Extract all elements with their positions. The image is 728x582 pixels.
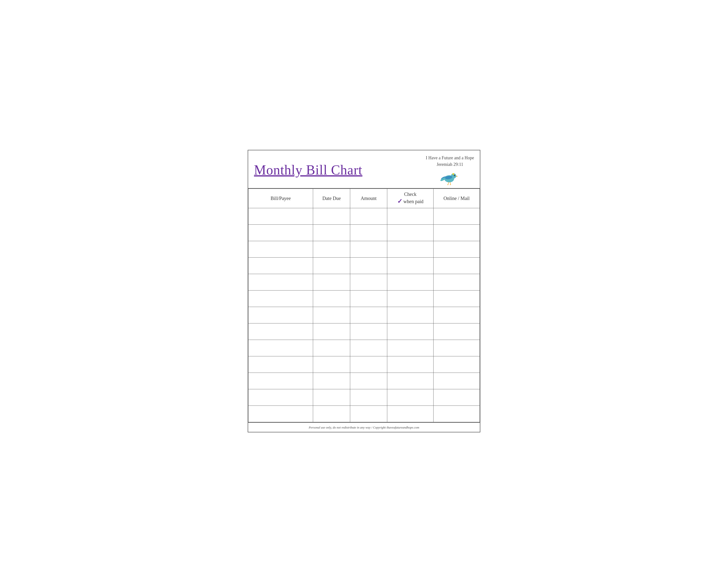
table-row [249, 340, 480, 356]
table-cell [433, 406, 479, 422]
table-row [249, 307, 480, 323]
table-cell [433, 307, 479, 323]
table-cell [249, 290, 313, 307]
table-cell [387, 274, 433, 290]
table-cell [350, 323, 387, 340]
table-row [249, 257, 480, 274]
table-cell [387, 323, 433, 340]
right-header: I Have a Future and a Hope Jeremiah 29:1… [426, 155, 474, 186]
svg-point-14 [452, 173, 454, 175]
bill-table: Bill/Payee Date Due Amount Check ✓ w [248, 189, 480, 422]
table-cell [249, 340, 313, 356]
table-cell [313, 241, 350, 257]
table-row [249, 372, 480, 389]
table-cell [387, 241, 433, 257]
table-row [249, 356, 480, 372]
table-row [249, 290, 480, 307]
table-cell [313, 406, 350, 422]
table-cell [433, 241, 479, 257]
table-cell [387, 356, 433, 372]
table-cell [350, 274, 387, 290]
table-cell [313, 224, 350, 241]
table-cell [433, 356, 479, 372]
table-cell [433, 274, 479, 290]
table-cell [350, 208, 387, 224]
bird-icon [440, 169, 460, 186]
table-cell [249, 208, 313, 224]
table-cell [350, 257, 387, 274]
table-cell [387, 406, 433, 422]
table-cell [387, 340, 433, 356]
table-cell [387, 257, 433, 274]
table-cell [350, 290, 387, 307]
table-cell [313, 356, 350, 372]
table-cell [433, 257, 479, 274]
table-cell [433, 372, 479, 389]
col-header-bill: Bill/Payee [249, 189, 313, 208]
table-cell [350, 356, 387, 372]
table-cell [350, 241, 387, 257]
table-cell [433, 208, 479, 224]
table-wrapper: Bill/Payee Date Due Amount Check ✓ w [248, 189, 480, 422]
table-cell [313, 257, 350, 274]
check-label-bottom: when paid [404, 198, 424, 204]
table-cell [387, 290, 433, 307]
table-cell [313, 307, 350, 323]
table-cell [433, 323, 479, 340]
check-label-top: Check [404, 191, 416, 197]
col-header-check: Check ✓ when paid [387, 189, 433, 208]
svg-marker-4 [456, 176, 458, 177]
table-cell [433, 224, 479, 241]
checkmark-icon: ✓ [397, 197, 402, 205]
table-header-row: Bill/Payee Date Due Amount Check ✓ w [249, 189, 480, 208]
table-cell [249, 274, 313, 290]
table-cell [313, 340, 350, 356]
table-row [249, 224, 480, 241]
bird-container [440, 169, 460, 186]
table-cell [313, 274, 350, 290]
col-header-date: Date Due [313, 189, 350, 208]
table-cell [387, 208, 433, 224]
table-cell [433, 340, 479, 356]
table-row [249, 241, 480, 257]
table-row [249, 406, 480, 422]
table-cell [313, 290, 350, 307]
table-cell [249, 406, 313, 422]
svg-point-2 [454, 175, 455, 176]
footer-text: Personal use only, do not redistribute i… [309, 425, 419, 429]
col-header-amount: Amount [350, 189, 387, 208]
header: Monthly Bill Chart I Have a Future and a… [248, 150, 480, 189]
table-row [249, 274, 480, 290]
table-cell [249, 372, 313, 389]
table-body [249, 208, 480, 422]
svg-line-9 [450, 182, 451, 185]
table-cell [387, 224, 433, 241]
title-block: Monthly Bill Chart [254, 163, 362, 178]
scripture-text: I Have a Future and a Hope Jeremiah 29:1… [426, 155, 474, 168]
table-cell [350, 224, 387, 241]
scripture-line2: Jeremiah 29:11 [437, 162, 463, 167]
table-cell [433, 389, 479, 406]
svg-point-3 [454, 175, 455, 175]
main-title: Monthly Bill Chart [254, 163, 362, 178]
table-cell [350, 406, 387, 422]
table-cell [433, 290, 479, 307]
table-cell [350, 389, 387, 406]
table-cell [387, 372, 433, 389]
table-cell [350, 372, 387, 389]
check-top-row: ✓ when paid [397, 197, 424, 205]
table-cell [387, 307, 433, 323]
table-cell [313, 323, 350, 340]
svg-line-8 [448, 182, 449, 185]
table-cell [249, 224, 313, 241]
table-cell [249, 323, 313, 340]
footer: Personal use only, do not redistribute i… [248, 422, 480, 432]
table-cell [313, 208, 350, 224]
table-cell [249, 389, 313, 406]
table-cell [249, 241, 313, 257]
check-header-content: Check ✓ when paid [387, 191, 433, 205]
scripture-line1: I Have a Future and a Hope [426, 156, 474, 160]
table-cell [249, 356, 313, 372]
table-row [249, 389, 480, 406]
table-cell [387, 389, 433, 406]
